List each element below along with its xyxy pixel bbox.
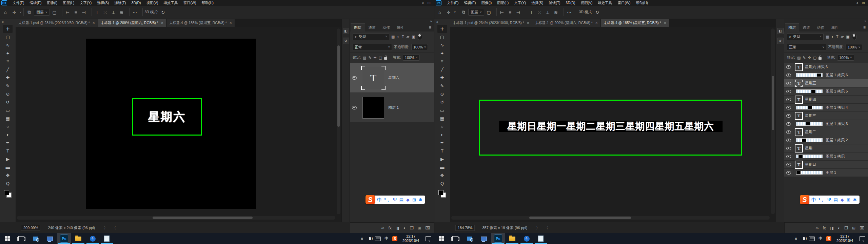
filter-pixel-layers-icon[interactable]: ▦ bbox=[391, 35, 395, 39]
crop-tool-icon[interactable]: ⌗ bbox=[3, 57, 13, 65]
search-icon[interactable]: ⌕ bbox=[856, 1, 859, 5]
ime-chinese-icon[interactable]: 中 bbox=[811, 198, 816, 202]
layer-thumbnail[interactable] bbox=[796, 155, 823, 158]
more-options-icon[interactable]: ⋯ bbox=[566, 9, 573, 16]
zoom-tool-icon[interactable]: Q bbox=[3, 179, 13, 187]
auto-select-icon[interactable]: ⧉ bbox=[460, 9, 467, 16]
marquee-tool-icon[interactable]: ▢ bbox=[437, 33, 447, 41]
visibility-toggle[interactable] bbox=[784, 96, 793, 103]
remote-assist-button[interactable]: ϟ bbox=[85, 233, 100, 244]
shape-tool-icon[interactable]: ▬ bbox=[437, 163, 447, 171]
eraser-tool-icon[interactable]: ▭ bbox=[437, 106, 447, 114]
history-brush-tool-icon[interactable]: ↺ bbox=[437, 98, 447, 106]
menu-item[interactable]: 帮助(H) bbox=[199, 0, 217, 6]
healing-brush-tool-icon[interactable]: ✚ bbox=[437, 74, 447, 82]
photoshop-taskbar-button[interactable]: Ps bbox=[491, 233, 505, 244]
layer-name[interactable]: 图层 1 bbox=[826, 170, 836, 175]
crop-tool-icon[interactable]: ⌗ bbox=[437, 57, 447, 65]
tab-properties[interactable]: 属性 bbox=[828, 24, 842, 32]
brush-tool-icon[interactable]: ✎ bbox=[3, 82, 13, 90]
3d-rotate-icon[interactable]: ↻ bbox=[594, 9, 601, 16]
layer-row[interactable]: T 图层 1 拷贝 bbox=[784, 152, 868, 161]
filter-type-layers-icon[interactable]: T bbox=[402, 35, 404, 39]
menu-item[interactable]: 增效工具 bbox=[161, 0, 181, 6]
blur-tool-icon[interactable]: ○ bbox=[3, 122, 13, 130]
opacity-input[interactable]: 100% ˅ bbox=[411, 44, 428, 50]
align-center-icon[interactable]: ≡ bbox=[73, 9, 79, 16]
workspace-layout-icon[interactable]: ⊞ bbox=[428, 1, 431, 5]
path-select-tool-icon[interactable]: ▶ bbox=[437, 155, 447, 163]
3d-rotate-icon[interactable]: ↻ bbox=[160, 9, 166, 16]
visibility-toggle[interactable] bbox=[784, 136, 793, 144]
new-layer-icon[interactable]: ⊞ bbox=[418, 226, 421, 230]
layer-name[interactable]: 星期二 bbox=[805, 129, 816, 135]
sogou-logo[interactable]: S bbox=[366, 195, 375, 204]
layer-row[interactable]: T 星期六 bbox=[350, 63, 434, 93]
layer-row[interactable]: T 星期五 bbox=[784, 79, 868, 87]
filter-adjustment-layers-icon[interactable]: ◐ bbox=[831, 35, 834, 39]
toolbox-icon[interactable]: ⊞ bbox=[412, 198, 416, 202]
menu-item[interactable]: 文字(Y) bbox=[77, 0, 94, 6]
notepad-button[interactable] bbox=[100, 233, 114, 244]
sogou-tray-icon[interactable]: S bbox=[392, 236, 397, 241]
align-left-icon[interactable]: ⊢ bbox=[499, 9, 506, 16]
document-tab[interactable]: 未标题-4 @ 185% (星期五, RGB/8) *× bbox=[166, 19, 235, 27]
lock-transparency-icon[interactable]: ▨ bbox=[363, 56, 366, 60]
hidden-icons-chevron[interactable]: ∧ bbox=[360, 236, 363, 241]
visibility-toggle[interactable] bbox=[784, 144, 793, 152]
collapse-tools-icon[interactable]: » bbox=[434, 19, 440, 25]
search-icon[interactable]: ⌕ bbox=[422, 1, 424, 5]
layer-thumbnail[interactable] bbox=[796, 89, 823, 93]
gradient-tool-icon[interactable]: ▦ bbox=[3, 114, 13, 122]
menu-item[interactable]: 窗口(W) bbox=[615, 0, 633, 6]
volume-icon[interactable] bbox=[367, 237, 371, 240]
hidden-icons-chevron[interactable]: ∧ bbox=[794, 236, 797, 241]
menu-item[interactable]: 3D(D) bbox=[129, 0, 144, 6]
menu-item[interactable]: 文件(F) bbox=[444, 0, 461, 6]
layer-name[interactable]: 星期五 bbox=[805, 81, 816, 86]
clock[interactable]: 12:17 2023/10/4 bbox=[401, 234, 420, 243]
magic-wand-tool-icon[interactable]: ✦ bbox=[437, 49, 447, 57]
close-tab-icon[interactable]: × bbox=[527, 21, 529, 25]
menu-item[interactable]: 选择(S) bbox=[94, 0, 112, 6]
layer-group-icon[interactable]: ❐ bbox=[410, 226, 414, 230]
layer-name[interactable]: 图层 1 拷贝 2 bbox=[826, 138, 848, 143]
layer-row[interactable]: T 星期二 bbox=[784, 128, 868, 136]
menu-item[interactable]: 3D(D) bbox=[563, 0, 578, 6]
color-swatches[interactable] bbox=[438, 190, 446, 198]
menu-item[interactable]: 图层(L) bbox=[60, 0, 77, 6]
filter-smart-objects-icon[interactable]: ▣ bbox=[846, 35, 849, 39]
layer-mask-icon[interactable]: ◨ bbox=[830, 226, 834, 230]
action-center-icon[interactable] bbox=[426, 236, 431, 241]
dodge-tool-icon[interactable]: ◐ bbox=[3, 130, 13, 139]
zoom-level-input[interactable]: 184.78% bbox=[455, 225, 475, 231]
collapsed-panel-icon[interactable]: ↺ bbox=[343, 38, 349, 44]
menu-item[interactable]: 编辑(E) bbox=[27, 0, 44, 6]
show-transform-controls-icon[interactable]: ▢ bbox=[486, 9, 492, 16]
skin-icon[interactable]: ◆ bbox=[406, 198, 410, 202]
lock-pixels-icon[interactable]: ✎ bbox=[803, 56, 806, 60]
close-tab-icon[interactable]: × bbox=[595, 21, 598, 25]
hand-tool-icon[interactable]: ✥ bbox=[437, 171, 447, 179]
align-bottom-icon[interactable]: ⊥ bbox=[110, 9, 117, 16]
lasso-tool-icon[interactable]: ∿ bbox=[3, 41, 13, 49]
collapse-panel-icon[interactable]: » bbox=[864, 19, 866, 23]
close-tab-icon[interactable]: × bbox=[664, 21, 666, 25]
layer-row[interactable]: 图层 1 bbox=[350, 93, 434, 123]
layer-thumbnail[interactable] bbox=[796, 106, 823, 109]
notepad-button[interactable] bbox=[534, 233, 548, 244]
layer-name[interactable]: 星期六 拷贝 6 bbox=[805, 64, 828, 69]
touch-keyboard-icon[interactable] bbox=[809, 237, 815, 241]
fill-input[interactable]: 100% ˅ bbox=[403, 55, 419, 61]
visibility-toggle[interactable] bbox=[784, 79, 793, 87]
toolbox-icon[interactable]: ⊞ bbox=[847, 198, 850, 202]
sogou-tray-icon[interactable]: S bbox=[826, 236, 831, 241]
filter-type-layers-icon[interactable]: T bbox=[836, 35, 839, 39]
zoom-level-input[interactable]: 209.09% bbox=[21, 225, 40, 231]
ime-chinese-icon[interactable]: 中 bbox=[377, 198, 381, 202]
volume-icon[interactable] bbox=[801, 237, 805, 240]
eyedropper-tool-icon[interactable]: ╱ bbox=[437, 65, 447, 74]
soft-keyboard-icon[interactable]: ▤ bbox=[834, 198, 838, 202]
layer-mask-icon[interactable]: ◨ bbox=[396, 226, 399, 230]
healing-brush-tool-icon[interactable]: ✚ bbox=[3, 74, 13, 82]
